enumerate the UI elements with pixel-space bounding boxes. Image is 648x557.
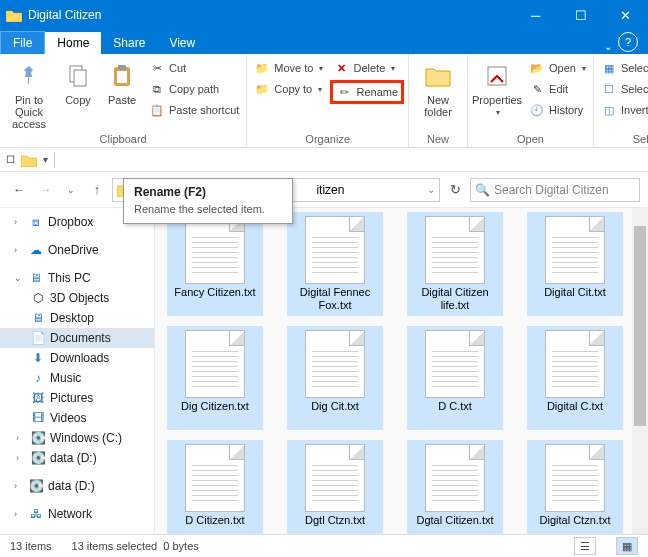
file-item[interactable]: Fancy Citizen.txt [167,212,263,316]
file-item[interactable]: Digital Cit.txt [527,212,623,316]
details-view-button[interactable]: ☰ [574,537,596,555]
sidebar-item-d-drive[interactable]: ›💽data (D:) [0,448,154,468]
sidebar-item-3d-objects[interactable]: ⬡3D Objects [0,288,154,308]
group-label: New [413,131,463,147]
scrollbar-vertical[interactable] [632,208,648,534]
qat-overflow-icon[interactable]: ▾ [43,154,48,165]
tab-view[interactable]: View [157,32,207,54]
file-item[interactable]: Digital Fennec Fox.txt [287,212,383,316]
file-thumbnail [545,330,605,398]
minimize-button[interactable]: ─ [513,0,558,30]
file-item[interactable]: D Citizen.txt [167,440,263,534]
file-item[interactable]: Dgtal Citizen.txt [407,440,503,534]
tab-home[interactable]: Home [45,32,101,54]
checkbox-icon[interactable]: ☐ [6,154,15,165]
new-folder-button[interactable]: New folder [413,56,463,118]
sidebar-item-onedrive[interactable]: ›☁OneDrive [0,240,154,260]
back-button[interactable]: ← [8,179,30,201]
file-label: Fancy Citizen.txt [174,286,255,312]
edit-button[interactable]: ✎Edit [526,80,589,98]
paste-shortcut-icon: 📋 [149,102,165,118]
drive-icon: 💽 [30,450,46,466]
search-box[interactable]: 🔍 Search Digital Citizen [470,178,640,202]
cut-button[interactable]: ✂Cut [146,59,242,77]
dropbox-icon: ⧈ [28,214,44,230]
invert-selection-button[interactable]: ◫Invert selection [598,101,648,119]
forward-button[interactable]: → [34,179,56,201]
sidebar-item-documents[interactable]: 📄Documents [0,328,154,348]
file-label: Digital C.txt [547,400,603,426]
move-to-button[interactable]: 📁Move to▾ [251,59,326,77]
sidebar-item-downloads[interactable]: ⬇Downloads [0,348,154,368]
help-button[interactable]: ? [618,32,638,52]
paste-icon [106,60,138,92]
videos-icon: 🎞 [30,410,46,426]
up-button[interactable]: ↑ [86,179,108,201]
file-label: Digital Ctzn.txt [540,514,611,534]
large-icons-view-button[interactable]: ▦ [616,537,638,555]
group-new: New folder New [409,54,468,147]
folder-icon [21,153,37,167]
workspace: ›⧈Dropbox ›☁OneDrive ⌄🖥This PC ⬡3D Objec… [0,208,648,534]
file-item[interactable]: Dig Cit.txt [287,326,383,430]
file-item[interactable]: D C.txt [407,326,503,430]
nav-pane[interactable]: ›⧈Dropbox ›☁OneDrive ⌄🖥This PC ⬡3D Objec… [0,208,155,534]
network-icon: 🖧 [28,506,44,522]
pictures-icon: 🖼 [30,390,46,406]
sidebar-item-videos[interactable]: 🎞Videos [0,408,154,428]
pc-icon: 🖥 [28,270,44,286]
file-item[interactable]: Dgtl Ctzn.txt [287,440,383,534]
tab-file[interactable]: File [0,31,45,54]
file-label: D Citizen.txt [185,514,244,534]
sidebar-item-this-pc[interactable]: ⌄🖥This PC [0,268,154,288]
sidebar-item-pictures[interactable]: 🖼Pictures [0,388,154,408]
delete-button[interactable]: ✕Delete▾ [330,59,404,77]
file-item[interactable]: Digital C.txt [527,326,623,430]
open-button[interactable]: 📂Open▾ [526,59,589,77]
file-item[interactable]: Digital Ctzn.txt [527,440,623,534]
copy-button[interactable]: Copy [58,56,98,106]
sidebar-item-d-drive-2[interactable]: ›💽data (D:) [0,476,154,496]
maximize-button[interactable]: ☐ [558,0,603,30]
group-open: Properties ▾ 📂Open▾ ✎Edit 🕘History Open [468,54,594,147]
select-all-button[interactable]: ▦Select all [598,59,648,77]
properties-button[interactable]: Properties ▾ [472,56,522,117]
properties-icon [481,60,513,92]
file-thumbnail [305,444,365,512]
group-organize: 📁Move to▾ 📁Copy to▾ ✕Delete▾ ✏Rename Org… [247,54,409,147]
file-thumbnail [185,444,245,512]
file-list[interactable]: Fancy Citizen.txtDigital Fennec Fox.txtD… [155,208,648,534]
tab-share[interactable]: Share [101,32,157,54]
invert-selection-icon: ◫ [601,102,617,118]
svg-rect-4 [118,65,126,70]
new-folder-icon [422,60,454,92]
sidebar-item-music[interactable]: ♪Music [0,368,154,388]
file-label: Digital Cit.txt [544,286,606,312]
file-thumbnail [545,444,605,512]
sidebar-item-desktop[interactable]: 🖥Desktop [0,308,154,328]
file-item[interactable]: Digital Citizen life.txt [407,212,503,316]
sidebar-item-network[interactable]: ›🖧Network [0,504,154,524]
pin-to-quick-access-button[interactable]: Pin to Quick access [4,56,54,130]
file-item[interactable]: Dig Citizen.txt [167,326,263,430]
drive-icon: 💽 [28,478,44,494]
select-all-icon: ▦ [601,60,617,76]
ribbon-collapse-icon[interactable]: ⌄ [604,41,612,52]
paste-shortcut-button[interactable]: 📋Paste shortcut [146,101,242,119]
copy-path-button[interactable]: ⧉Copy path [146,80,242,98]
refresh-button[interactable]: ↻ [444,179,466,201]
select-none-button[interactable]: ☐Select none [598,80,648,98]
recent-locations-button[interactable]: ⌄ [60,179,82,201]
rename-button[interactable]: ✏Rename [330,80,404,104]
close-button[interactable]: ✕ [603,0,648,30]
file-label: Dig Citizen.txt [181,400,249,426]
documents-icon: 📄 [30,330,46,346]
paste-button[interactable]: Paste [102,56,142,106]
history-button[interactable]: 🕘History [526,101,589,119]
cut-icon: ✂ [149,60,165,76]
status-bar: 13 items 13 items selected 0 bytes ☰ ▦ [0,534,648,557]
file-thumbnail [305,216,365,284]
sidebar-item-c-drive[interactable]: ›💽Windows (C:) [0,428,154,448]
copy-to-button[interactable]: 📁Copy to▾ [251,80,326,98]
file-label: Dgtl Ctzn.txt [305,514,365,534]
